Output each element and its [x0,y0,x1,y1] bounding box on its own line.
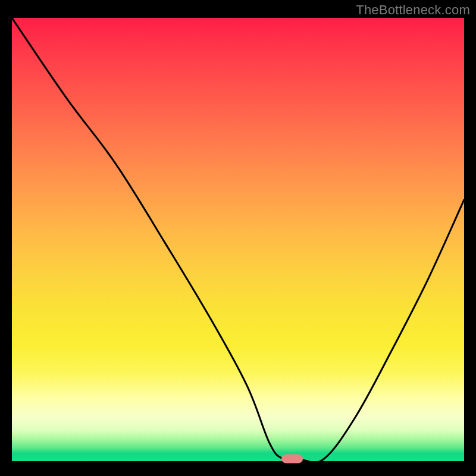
chart-frame: TheBottleneck.com [0,0,476,476]
plot-area [12,18,464,461]
heat-gradient [12,18,464,461]
watermark-text: TheBottleneck.com [356,2,470,18]
optimal-point-marker [281,454,303,463]
